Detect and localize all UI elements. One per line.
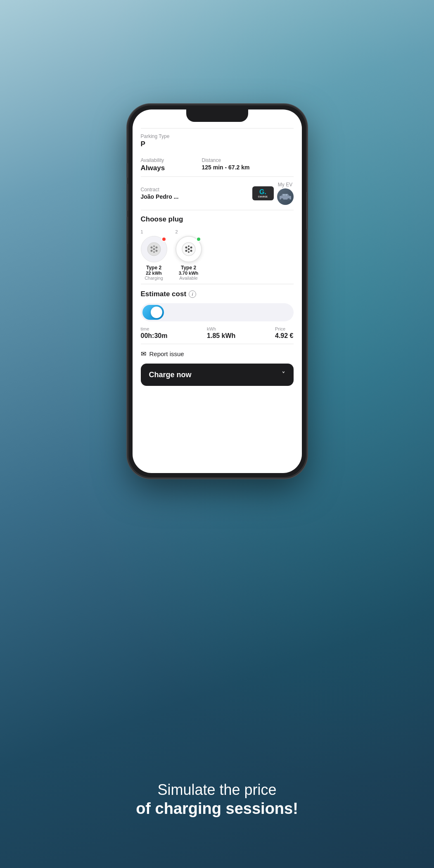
contract-label: Contract	[141, 187, 179, 193]
svg-point-18	[187, 248, 190, 250]
estimate-price-col: Price 4.92 €	[275, 326, 293, 340]
contract-card: G. CHARGE	[252, 186, 274, 200]
plug-number-2: 2	[175, 229, 178, 234]
chevron-down-icon: ˅	[282, 370, 285, 379]
svg-point-7	[155, 247, 157, 249]
my-ev-label: My EV	[278, 182, 292, 188]
availability-col: Availability Always	[141, 157, 202, 172]
envelope-icon: ✉	[141, 350, 146, 358]
choose-plug-section: Choose plug 1	[133, 210, 302, 284]
plug-status-dot-2	[196, 237, 201, 242]
power-button	[306, 192, 308, 229]
price-value: 4.92 €	[275, 332, 293, 340]
plug-circle-wrapper-1	[141, 236, 167, 262]
estimate-section: Estimate cost i time 00h:30m kWh 1.8	[133, 284, 302, 344]
svg-point-6	[150, 247, 152, 249]
charge-now-button[interactable]: Charge now ˅	[141, 364, 294, 386]
toggle-bar[interactable]	[141, 303, 294, 321]
plug-circle-wrapper-2	[175, 236, 202, 262]
plug-type2-icon-1	[147, 242, 161, 257]
svg-point-1	[281, 198, 283, 201]
distance-value: 125 min - 67.2 km	[202, 164, 294, 171]
report-section[interactable]: ✉ Report issue	[133, 344, 302, 364]
kwh-label: kWh	[207, 326, 235, 331]
plug-item-1[interactable]: 1	[141, 229, 167, 281]
plug-name-1: Type 2	[146, 265, 161, 271]
gocharge-logo: G. CHARGE	[258, 186, 268, 200]
charge-btn-label: Charge now	[149, 371, 192, 379]
tagline-line1: Simulate the price	[0, 781, 434, 799]
contract-name: João Pedro ...	[141, 193, 179, 200]
svg-rect-4	[285, 194, 287, 196]
svg-point-14	[185, 247, 187, 249]
plug-number-1: 1	[141, 229, 143, 234]
volume-down-button	[127, 217, 128, 244]
parking-type-label: Parking Type	[141, 133, 294, 139]
svg-point-10	[153, 248, 155, 250]
svg-point-19	[188, 245, 190, 247]
my-ev-wrapper: My EV	[277, 182, 294, 205]
report-text: Report issue	[149, 350, 184, 357]
parking-section: Parking Type P	[133, 128, 302, 153]
bottom-tagline: Simulate the price of charging sessions!	[0, 781, 434, 818]
estimate-values-row: time 00h:30m kWh 1.85 kWh Price 4.92 €	[141, 326, 294, 340]
plugs-row: 1	[141, 229, 294, 281]
svg-point-12	[153, 251, 155, 253]
svg-point-8	[150, 250, 152, 252]
car-icon	[279, 193, 292, 201]
car-avatar	[277, 188, 294, 205]
svg-point-11	[153, 245, 155, 247]
plug-type2-icon-2	[181, 242, 196, 257]
availability-label: Availability	[141, 157, 202, 163]
svg-point-16	[185, 250, 187, 252]
choose-plug-title: Choose plug	[141, 215, 294, 224]
price-label: Price	[275, 326, 293, 331]
phone-mockup: Parking Type P Availability Always Dista…	[128, 105, 306, 477]
phone-screen: Parking Type P Availability Always Dista…	[133, 109, 302, 473]
contract-right: G. CHARGE My EV	[252, 182, 294, 205]
svg-point-15	[190, 247, 192, 249]
svg-rect-3	[283, 194, 285, 196]
notch	[186, 109, 248, 122]
mute-button	[127, 163, 128, 178]
availability-distance-row: Availability Always Distance 125 min - 6…	[133, 153, 302, 176]
contract-card-wrapper: G. CHARGE	[252, 186, 274, 200]
contract-left: Contract João Pedro ...	[141, 187, 179, 200]
distance-col: Distance 125 min - 67.2 km	[202, 157, 294, 172]
charge-btn-section: Charge now ˅	[133, 364, 302, 394]
contract-section: Contract João Pedro ... G. CHARGE	[133, 177, 302, 210]
svg-point-2	[287, 198, 290, 201]
estimate-kwh-col: kWh 1.85 kWh	[207, 326, 235, 340]
screen-content: Parking Type P Availability Always Dista…	[133, 124, 302, 473]
volume-up-button	[127, 184, 128, 211]
estimate-title: Estimate cost	[141, 290, 187, 298]
info-icon[interactable]: i	[189, 290, 196, 298]
plug-status-1: Charging	[145, 276, 163, 281]
plug-status-dot-1	[161, 237, 166, 242]
plug-status-2: Available	[179, 276, 197, 281]
plug-item-2[interactable]: 2	[175, 229, 202, 281]
plug-name-2: Type 2	[181, 265, 196, 271]
parking-type-value: P	[141, 140, 294, 148]
svg-point-20	[188, 251, 190, 253]
svg-point-17	[190, 250, 192, 252]
svg-point-9	[155, 250, 157, 252]
availability-value: Always	[141, 164, 202, 172]
estimate-time-col: time 00h:30m	[141, 326, 168, 340]
plug-power-2: 3.70 kWh	[179, 271, 199, 276]
tagline-line2: of charging sessions!	[0, 799, 434, 818]
kwh-value: 1.85 kWh	[207, 332, 235, 340]
plug-power-1: 22 kWh	[146, 271, 162, 276]
distance-label: Distance	[202, 157, 294, 163]
estimate-title-row: Estimate cost i	[141, 290, 294, 298]
phone-frame: Parking Type P Availability Always Dista…	[128, 105, 306, 477]
time-value: 00h:30m	[141, 332, 168, 340]
toggle-knob	[142, 305, 164, 320]
time-label: time	[141, 326, 168, 331]
